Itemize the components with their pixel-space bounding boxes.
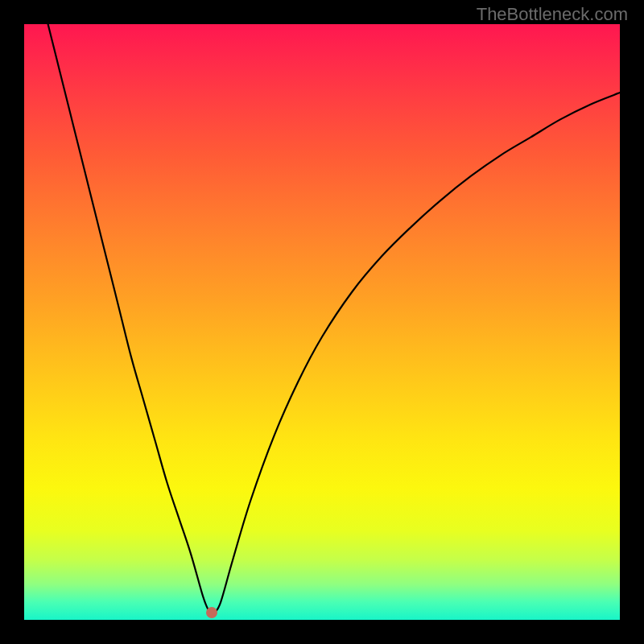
bottleneck-curve	[48, 24, 620, 613]
minimum-marker	[206, 607, 217, 618]
curve-svg	[24, 24, 620, 620]
plot-area	[24, 24, 620, 620]
chart-container: TheBottleneck.com	[0, 0, 644, 644]
watermark-text: TheBottleneck.com	[477, 4, 628, 25]
